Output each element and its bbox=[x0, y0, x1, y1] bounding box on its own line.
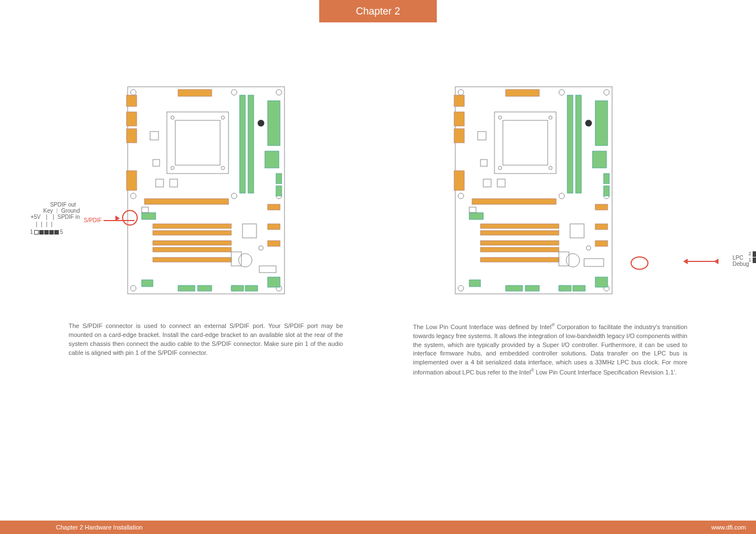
svg-rect-80 bbox=[483, 179, 491, 187]
spdif-board-diagram: SPDIF out Key | Ground +5V | | SPDIF in … bbox=[88, 84, 324, 297]
svg-point-55 bbox=[458, 90, 464, 95]
svg-point-82 bbox=[585, 120, 592, 127]
svg-point-7 bbox=[130, 285, 136, 291]
left-column: SPDIF out Key | Ground +5V | | SPDIF in … bbox=[56, 84, 356, 377]
svg-point-95 bbox=[566, 254, 580, 267]
svg-rect-35 bbox=[153, 241, 231, 245]
svg-point-12 bbox=[171, 116, 174, 119]
svg-rect-65 bbox=[503, 120, 548, 165]
lpc-highlight-circle bbox=[631, 256, 648, 270]
svg-rect-34 bbox=[153, 231, 231, 235]
svg-rect-71 bbox=[576, 95, 581, 193]
svg-rect-100 bbox=[584, 259, 604, 266]
motherboard-svg-left bbox=[122, 84, 290, 297]
svg-rect-50 bbox=[245, 285, 258, 291]
svg-point-69 bbox=[549, 166, 552, 170]
svg-rect-23 bbox=[127, 171, 137, 190]
svg-rect-101 bbox=[469, 280, 480, 287]
svg-rect-97 bbox=[595, 204, 608, 210]
svg-point-14 bbox=[171, 166, 174, 170]
svg-rect-70 bbox=[567, 95, 573, 193]
svg-point-53 bbox=[259, 246, 263, 250]
svg-rect-81 bbox=[497, 179, 505, 187]
motherboard-svg-right bbox=[450, 84, 618, 297]
svg-rect-0 bbox=[128, 87, 284, 294]
svg-point-107 bbox=[586, 246, 591, 250]
lpc-connector-label: LPC Debug bbox=[732, 255, 749, 267]
svg-rect-87 bbox=[480, 224, 559, 228]
svg-point-67 bbox=[549, 116, 552, 119]
svg-rect-99 bbox=[595, 241, 608, 246]
lpc-description: The Low Pin Count Interface was defined … bbox=[413, 322, 688, 377]
svg-rect-106 bbox=[595, 277, 608, 287]
svg-point-66 bbox=[498, 116, 502, 119]
label-lpc: LPC bbox=[732, 255, 749, 261]
svg-point-5 bbox=[231, 193, 237, 199]
svg-rect-88 bbox=[480, 231, 559, 235]
svg-rect-79 bbox=[480, 160, 487, 166]
svg-rect-46 bbox=[142, 280, 153, 287]
svg-rect-89 bbox=[480, 241, 559, 245]
svg-rect-78 bbox=[478, 132, 486, 140]
svg-rect-37 bbox=[153, 257, 231, 262]
svg-point-59 bbox=[559, 193, 564, 199]
svg-rect-18 bbox=[268, 101, 280, 146]
svg-rect-73 bbox=[506, 90, 539, 96]
chapter-tab: Chapter 2 bbox=[319, 0, 437, 22]
svg-rect-27 bbox=[170, 179, 178, 187]
svg-rect-104 bbox=[559, 285, 571, 291]
svg-rect-102 bbox=[506, 285, 522, 291]
svg-rect-20 bbox=[127, 95, 137, 106]
spdif-description: The S/PDIF connector is used to connect … bbox=[69, 322, 343, 358]
svg-point-68 bbox=[498, 166, 502, 170]
lpc-pinout: 2 1 12 11 bbox=[748, 251, 756, 263]
svg-rect-51 bbox=[268, 277, 280, 287]
label-plus5v: +5V bbox=[30, 214, 40, 220]
svg-rect-26 bbox=[156, 179, 164, 187]
svg-rect-74 bbox=[454, 95, 464, 106]
svg-rect-32 bbox=[144, 199, 228, 204]
label-pin1: 1 bbox=[30, 229, 34, 235]
svg-rect-38 bbox=[142, 213, 156, 219]
svg-rect-54 bbox=[455, 87, 612, 294]
label-p2: 2 bbox=[748, 251, 751, 257]
svg-rect-43 bbox=[268, 204, 280, 210]
svg-rect-22 bbox=[127, 129, 137, 143]
svg-rect-77 bbox=[454, 171, 464, 190]
label-pin5: 5 bbox=[60, 229, 63, 235]
svg-point-1 bbox=[130, 90, 136, 95]
spdif-highlight-circle bbox=[122, 210, 138, 226]
right-column: LPC Debug 2 1 12 11 bbox=[400, 84, 700, 377]
svg-rect-93 bbox=[469, 207, 476, 213]
page-footer: Chapter 2 Hardware Installation www.dfi.… bbox=[0, 521, 756, 534]
svg-rect-52 bbox=[259, 266, 276, 273]
svg-rect-31 bbox=[276, 186, 282, 196]
svg-point-3 bbox=[276, 90, 282, 95]
label-ground: Ground bbox=[61, 208, 80, 214]
svg-rect-48 bbox=[198, 285, 212, 291]
svg-rect-84 bbox=[604, 174, 609, 184]
svg-point-15 bbox=[221, 166, 225, 170]
spdif-pinout-labels: SPDIF out Key | Ground +5V | | SPDIF in … bbox=[27, 202, 80, 235]
svg-rect-47 bbox=[178, 285, 195, 291]
svg-rect-33 bbox=[153, 224, 231, 228]
label-key: Key bbox=[43, 208, 53, 214]
svg-rect-30 bbox=[276, 174, 282, 184]
svg-rect-98 bbox=[595, 224, 608, 229]
svg-rect-24 bbox=[150, 132, 158, 140]
svg-point-57 bbox=[604, 90, 609, 95]
svg-rect-44 bbox=[268, 224, 280, 229]
svg-rect-75 bbox=[454, 112, 464, 126]
svg-rect-64 bbox=[494, 112, 556, 174]
footer-chapter: Chapter 2 Hardware Installation bbox=[56, 524, 143, 531]
svg-point-61 bbox=[458, 285, 464, 291]
svg-point-2 bbox=[231, 90, 237, 95]
svg-rect-103 bbox=[525, 285, 539, 291]
svg-rect-40 bbox=[242, 224, 256, 238]
svg-rect-72 bbox=[595, 101, 608, 146]
svg-rect-94 bbox=[570, 224, 584, 238]
svg-rect-29 bbox=[265, 151, 279, 168]
svg-point-41 bbox=[239, 254, 252, 267]
svg-rect-86 bbox=[472, 199, 556, 204]
svg-rect-90 bbox=[480, 247, 559, 252]
